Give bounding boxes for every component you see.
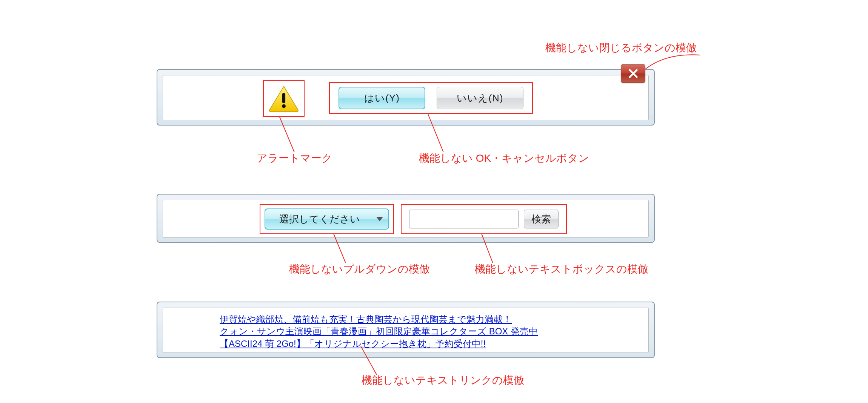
searchbox-highlight: 検索: [401, 204, 567, 234]
dropdown-highlight: 選択してください: [260, 204, 394, 234]
svg-line-5: [482, 234, 493, 263]
links-panel: 伊賀焼や織部焼、備前焼も充実！古典陶芸から現代陶芸まで魅力満載！ クォン・サンウ…: [157, 302, 655, 358]
yes-button-label: はい(Y): [364, 92, 400, 105]
no-button-label: いいえ(N): [457, 92, 503, 105]
annotation-alert-mark: アラートマーク: [257, 151, 332, 165]
leader-close-button: [643, 49, 704, 72]
annotation-pulldown: 機能しないプルダウンの模倣: [289, 262, 430, 276]
svg-line-4: [334, 234, 346, 263]
svg-line-2: [279, 116, 294, 152]
links-panel-inner: 伊賀焼や織部焼、備前焼も充実！古典陶芸から現代陶芸まで魅力満載！ クォン・サンウ…: [163, 308, 649, 353]
button-group-highlight: はい(Y) いいえ(N): [329, 82, 533, 114]
form-panel: 選択してください 検索: [157, 194, 655, 243]
leader-alert-mark: [275, 116, 298, 152]
yes-button[interactable]: はい(Y): [339, 87, 425, 109]
form-panel-inner: 選択してください 検索: [163, 200, 649, 238]
text-link-3[interactable]: 【ASCII24 萌 2Go!】「オリジナルセクシー抱き枕」予約受付中!!: [220, 338, 592, 350]
leader-textlink: [360, 346, 379, 375]
text-link-2[interactable]: クォン・サンウ主演映画「青春漫画」初回限定豪華コレクターズ BOX 発売中: [220, 325, 592, 337]
svg-rect-0: [282, 93, 285, 103]
text-link-1[interactable]: 伊賀焼や織部焼、備前焼も充実！古典陶芸から現代陶芸まで魅力満載！: [220, 313, 592, 325]
leader-pulldown: [332, 234, 347, 263]
annotation-textbox: 機能しないテキストボックスの模倣: [475, 262, 648, 276]
leader-ok-cancel: [426, 113, 445, 152]
dialog-panel: はい(Y) いいえ(N): [157, 69, 655, 126]
close-icon: [628, 68, 639, 79]
annotation-textlink: 機能しないテキストリンクの模倣: [362, 373, 524, 388]
svg-point-1: [282, 104, 286, 108]
dialog-panel-inner: はい(Y) いいえ(N): [163, 75, 649, 120]
chevron-down-icon: [376, 217, 383, 221]
select-dropdown[interactable]: 選択してください: [265, 208, 389, 230]
search-button-label: 検索: [531, 213, 551, 226]
no-button[interactable]: いいえ(N): [437, 87, 523, 109]
alert-icon-highlight: [263, 80, 305, 117]
svg-line-3: [428, 113, 443, 152]
annotation-ok-cancel: 機能しない OK・キャンセルボタン: [419, 151, 589, 165]
close-button[interactable]: [621, 64, 645, 83]
dropdown-separator: [370, 213, 370, 225]
search-input[interactable]: [409, 210, 519, 228]
svg-line-6: [361, 346, 377, 375]
warning-icon: [268, 85, 299, 112]
search-button[interactable]: 検索: [524, 210, 559, 228]
leader-textbox: [480, 234, 495, 263]
